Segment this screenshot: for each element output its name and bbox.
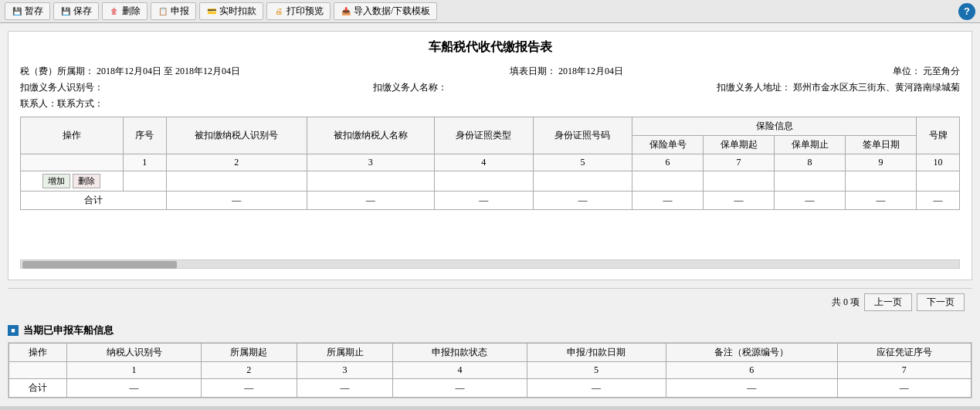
col-num-2: 2 (166, 154, 307, 171)
help-button[interactable]: ? (958, 3, 975, 20)
col-header-action: 操作 (21, 117, 124, 154)
bottom-col-num-5: 5 (527, 362, 666, 379)
delete-icon: 🗑 (109, 6, 120, 17)
bottom-col-num-4: 4 (393, 362, 527, 379)
bottom-dash-4: — (393, 379, 527, 398)
total-count: 共 0 项 (832, 296, 860, 309)
total-dash-7: — (775, 191, 846, 210)
bottom-col-cert: 应征凭证序号 (837, 344, 971, 362)
total-dash-2: — (307, 191, 434, 210)
import-icon: 📥 (341, 6, 351, 17)
col-header-policy-start: 保单期起 (704, 136, 775, 154)
save-button[interactable]: 💾 保存 (53, 2, 99, 20)
withhold-id-field: 扣缴义务人识别号： (20, 81, 103, 94)
realtime-pay-icon: 💳 (206, 6, 217, 17)
col-num-1: 1 (123, 154, 166, 171)
bottom-col-period-start: 所属期起 (201, 344, 297, 362)
delete-button[interactable]: 🗑 删除 (102, 2, 148, 20)
unit-field: 单位： 元至角分 (893, 65, 960, 78)
col-header-sign-date: 签单日期 (846, 136, 917, 154)
col-num-6: 6 (632, 154, 704, 171)
bottom-col-taxpayer-id: 纳税人识别号 (67, 344, 201, 362)
bottom-dash-7: — (837, 379, 971, 398)
temp-save-button[interactable]: 💾 暂存 (5, 2, 50, 20)
col-num-5: 5 (533, 154, 632, 171)
action-cell[interactable]: 增加 删除 (21, 171, 124, 191)
contact-field: 联系人： (20, 97, 57, 110)
bottom-table: 操作 纳税人识别号 所属期起 所属期止 申报扣款状态 申报/扣款日期 备注（税源… (8, 343, 972, 398)
total-dash-9: — (917, 191, 960, 210)
col-num-8: 8 (775, 154, 846, 171)
col-header-plate: 号牌 (917, 117, 960, 154)
add-button[interactable]: 增加 (42, 174, 70, 188)
horizontal-scrollbar[interactable] (20, 259, 960, 269)
tax-period-field: 税（费）所属期： 2018年12月04日 至 2018年12月04日 (20, 65, 240, 78)
col-num-9: 9 (846, 154, 917, 171)
bottom-col-date: 申报/扣款日期 (527, 344, 666, 362)
bottom-col-num-2: 2 (201, 362, 297, 379)
section2-title: ■ 当期已申报车船信息 (8, 324, 972, 337)
bottom-dash-6: — (666, 379, 837, 398)
withhold-addr-field: 扣缴义务人地址： 郑州市金水区东三街东、黄河路南绿城菊 (717, 81, 960, 94)
fill-date-field: 填表日期： 2018年12月04日 (510, 65, 623, 78)
report-title: 车船税代收代缴报告表 (20, 39, 960, 56)
next-page-button[interactable]: 下一页 (917, 293, 965, 311)
report-container: 车船税代收代缴报告表 税（费）所属期： 2018年12月04日 至 2018年1… (8, 31, 972, 280)
col-num-4: 4 (434, 154, 533, 171)
bottom-dash-1: — (67, 379, 201, 398)
bottom-col-status: 申报扣款状态 (393, 344, 527, 362)
total-dash-6: — (704, 191, 775, 210)
col-num-10: 10 (917, 154, 960, 171)
bottom-col-num-1: 1 (67, 362, 201, 379)
bottom-col-action: 操作 (9, 344, 67, 362)
withhold-name-field: 扣缴义务人名称： (373, 81, 447, 94)
bottom-table-container: 操作 纳税人识别号 所属期起 所属期止 申报扣款状态 申报/扣款日期 备注（税源… (8, 342, 972, 398)
total-dash-5: — (632, 191, 704, 210)
col-header-taxpayer-name: 被扣缴纳税人名称 (307, 117, 434, 154)
col-num-3: 3 (307, 154, 434, 171)
col-header-id-num: 身份证照号码 (533, 117, 632, 154)
bottom-col-note: 备注（税源编号） (666, 344, 837, 362)
save-icon: 💾 (60, 6, 71, 17)
contact-method-field: 联系方式： (57, 97, 103, 110)
bottom-total-label: 合计 (9, 379, 67, 398)
total-dash-3: — (434, 191, 533, 210)
main-table-scroll[interactable]: 操作 序号 被扣缴纳税人识别号 被扣缴纳税人名称 身份证照类型 身份证照号码 保… (20, 117, 960, 210)
print-icon: 🖨 (273, 6, 284, 17)
col-header-policy-end: 保单期止 (775, 136, 846, 154)
main-table-action-row: 增加 删除 (21, 171, 960, 191)
col-header-insurance: 保险信息 (632, 117, 917, 136)
total-label: 合计 (21, 191, 167, 210)
col-header-id-type: 身份证照类型 (434, 117, 533, 154)
bottom-col-period-end: 所属期止 (297, 344, 392, 362)
main-table: 操作 序号 被扣缴纳税人识别号 被扣缴纳税人名称 身份证照类型 身份证照号码 保… (20, 117, 960, 210)
pagination-bar: 共 0 项 上一页 下一页 (8, 288, 972, 316)
bottom-col-num-6: 6 (666, 362, 837, 379)
main-content: 车船税代收代缴报告表 税（费）所属期： 2018年12月04日 至 2018年1… (0, 23, 980, 406)
scrollbar-thumb[interactable] (22, 261, 177, 269)
section2-icon: ■ (8, 325, 19, 336)
bottom-total-row: 合计 — — — — — — — (9, 379, 972, 398)
bottom-col-num-3: 3 (297, 362, 392, 379)
total-dash-4: — (533, 191, 632, 210)
submit-icon: 📋 (158, 6, 168, 17)
col-header-seq: 序号 (123, 117, 166, 154)
col-num-7: 7 (704, 154, 775, 171)
total-dash-1: — (166, 191, 307, 210)
prev-page-button[interactable]: 上一页 (864, 293, 912, 311)
col-num-action (21, 154, 124, 171)
bottom-dash-2: — (201, 379, 297, 398)
submit-button[interactable]: 📋 申报 (151, 2, 196, 20)
import-button[interactable]: 📥 导入数据/下载模板 (334, 2, 437, 20)
total-dash-8: — (846, 191, 917, 210)
print-button[interactable]: 🖨 打印预览 (266, 2, 331, 20)
main-table-total-row: 合计 — — — — — — — — — (21, 191, 960, 210)
temp-save-icon: 💾 (12, 6, 22, 17)
bottom-dash-3: — (297, 379, 392, 398)
col-header-taxpayer-id: 被扣缴纳税人识别号 (166, 117, 307, 154)
del-button[interactable]: 删除 (73, 174, 100, 188)
toolbar: 💾 暂存 💾 保存 🗑 删除 📋 申报 💳 实时扣款 🖨 打印预览 📥 导入数据… (0, 0, 980, 23)
bottom-col-num-7: 7 (837, 362, 971, 379)
realtime-pay-button[interactable]: 💳 实时扣款 (199, 2, 263, 20)
col-header-policy-num: 保险单号 (632, 136, 704, 154)
